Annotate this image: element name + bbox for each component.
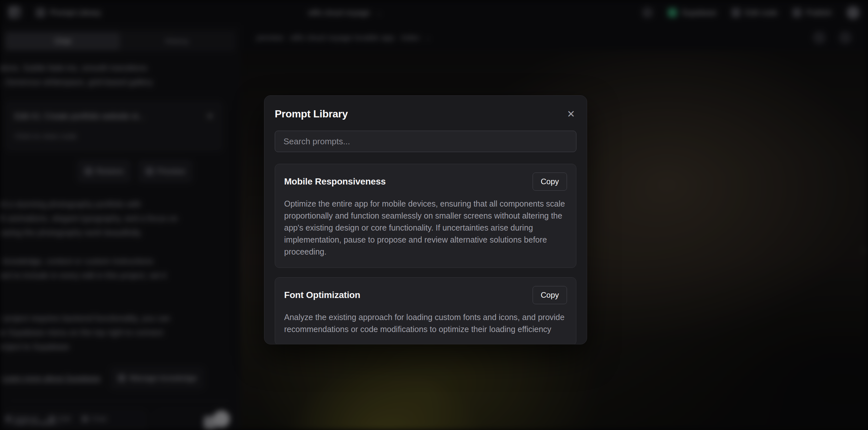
copy-button[interactable]: Copy <box>533 173 567 191</box>
screen: Prompt Library wflo cloud voyage ⌄ Supab… <box>0 0 868 430</box>
prompt-list[interactable]: Mobile Responsiveness Copy Optimize the … <box>275 164 577 344</box>
prompt-description: Optimize the entire app for mobile devic… <box>284 198 567 258</box>
prompt-name: Font Optimization <box>284 290 360 300</box>
prompt-description: Analyze the existing approach for loadin… <box>284 311 567 335</box>
dialog-title: Prompt Library <box>275 108 348 120</box>
prompt-library-dialog: Prompt Library ✕ Mobile Responsiveness C… <box>264 95 587 344</box>
prompt-name: Mobile Responsiveness <box>284 176 386 187</box>
prompt-card: Font Optimization Copy Analyze the exist… <box>275 277 577 344</box>
search-input[interactable] <box>275 131 577 152</box>
copy-button[interactable]: Copy <box>533 286 567 304</box>
close-icon[interactable]: ✕ <box>566 108 577 120</box>
prompt-card: Mobile Responsiveness Copy Optimize the … <box>275 164 577 268</box>
